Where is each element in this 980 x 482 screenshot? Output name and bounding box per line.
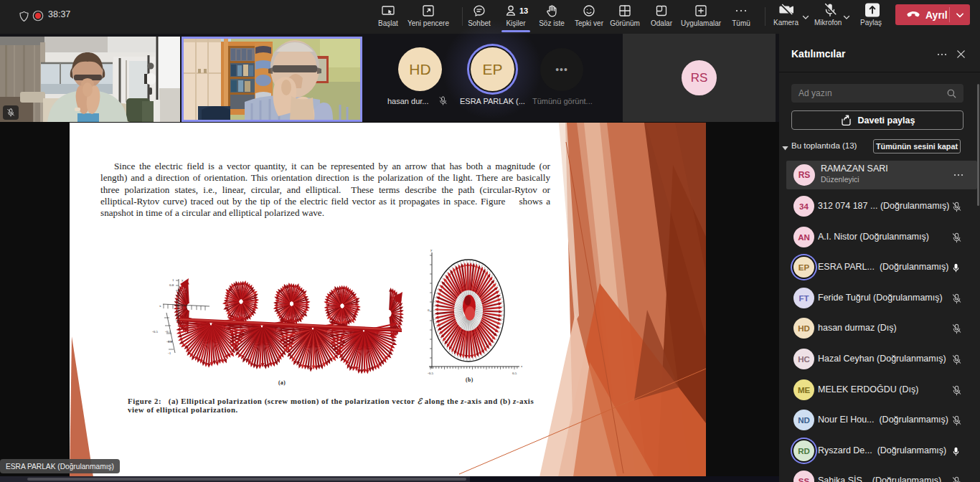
svg-text:z: z	[521, 364, 523, 368]
svg-text:-0.8: -0.8	[166, 340, 172, 344]
svg-text:x: x	[159, 304, 161, 308]
svg-text:1: 1	[172, 278, 174, 282]
svg-text:-0.5: -0.5	[165, 330, 171, 334]
svg-text:0: 0	[428, 308, 430, 312]
svg-text:y: y	[430, 248, 433, 252]
svg-text:-0.5: -0.5	[428, 372, 433, 375]
svg-text:0.8: 0.8	[169, 283, 174, 287]
svg-text:-1: -1	[168, 351, 171, 355]
svg-text:y: y	[182, 278, 184, 282]
svg-text:0.5: 0.5	[512, 372, 517, 375]
svg-text:-0.5: -0.5	[152, 330, 158, 334]
